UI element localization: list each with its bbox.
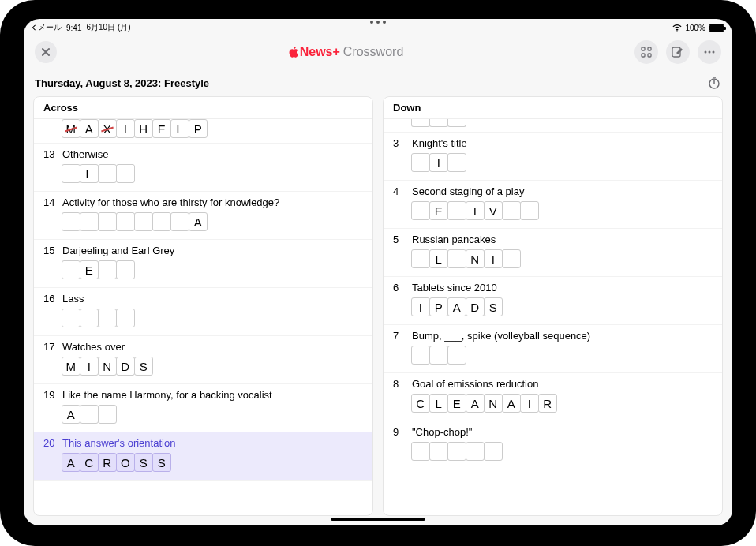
letter-cell[interactable] [98,405,117,424]
grid-button[interactable] [634,40,658,64]
letter-cell[interactable]: A [62,405,80,424]
letter-cell[interactable] [98,309,117,327]
letter-cell[interactable]: L [429,249,448,268]
letter-cell[interactable] [98,212,117,231]
letter-cell[interactable] [429,119,448,127]
letter-cell[interactable]: I [80,357,99,376]
close-button[interactable] [35,41,57,63]
letter-cell[interactable]: L [429,394,448,413]
letter-cell[interactable] [429,346,448,365]
letter-cell[interactable]: N [98,357,117,376]
letter-cell[interactable] [447,346,466,365]
letter-cell[interactable]: R [98,453,117,472]
down-clue[interactable]: 7Bump, ___, spike (volleyball sequence) [384,325,722,373]
letter-cell[interactable] [62,260,80,279]
letter-cell[interactable] [447,201,466,220]
letter-cell[interactable]: H [134,119,153,138]
letter-cell[interactable]: S [152,453,171,472]
letter-cell[interactable]: P [429,297,448,316]
across-clue[interactable]: 14Activity for those who are thirsty for… [34,192,372,240]
letter-cell[interactable] [484,442,503,461]
across-clue[interactable]: 16Lass [34,288,372,336]
down-clue[interactable]: 6Tablets since 2010IPADS [384,277,722,325]
letter-cell[interactable]: C [411,394,430,413]
letter-cell[interactable]: A [62,453,80,472]
down-clue[interactable]: 4Second staging of a playEIV [384,181,722,229]
letter-cell[interactable]: E [447,394,466,413]
letter-cell[interactable]: E [80,260,99,279]
letter-cell[interactable]: D [466,297,485,316]
letter-cell[interactable] [447,249,466,268]
down-clue[interactable]: 8Goal of emissions reductionCLEANAIR [384,373,722,421]
letter-cell[interactable]: M [62,357,80,376]
down-clue[interactable]: 3Knight's titleI [384,133,722,181]
letter-cell[interactable] [447,153,466,172]
timer-icon[interactable] [707,76,721,90]
letter-cell[interactable]: I [484,249,503,268]
letter-cell[interactable]: N [484,394,503,413]
letter-cell[interactable]: A [447,297,466,316]
letter-cell[interactable] [116,164,135,183]
letter-cell[interactable] [116,212,135,231]
letter-cell[interactable] [80,309,99,327]
across-clue[interactable]: 13OtherwiseL [34,144,372,192]
letter-cell[interactable] [411,153,430,172]
letter-cell[interactable] [134,212,153,231]
letter-cell[interactable] [116,260,135,279]
down-clue[interactable] [384,119,722,133]
across-clue[interactable]: 20This answer's orientationACROSS [34,432,372,481]
across-clue[interactable]: MAXIHELP [34,119,372,144]
letter-cell[interactable] [152,212,171,231]
letter-cell[interactable] [502,201,521,220]
letter-cell[interactable] [411,346,430,365]
letter-cell[interactable]: R [538,394,557,413]
letter-cell[interactable] [447,119,466,127]
letter-cell[interactable]: L [80,164,99,183]
letter-cell[interactable] [62,164,80,183]
letter-cell[interactable]: S [134,357,153,376]
letter-cell[interactable] [62,212,80,231]
across-clue[interactable]: 19Like the name Harmony, for a backing v… [34,384,372,432]
letter-cell[interactable]: S [134,453,153,472]
letter-cell[interactable] [429,442,448,461]
letter-cell[interactable]: S [484,297,503,316]
back-to-app[interactable]: メール [32,22,62,33]
letter-cell[interactable] [116,309,135,327]
down-list[interactable]: 3Knight's titleI4Second staging of a pla… [384,119,722,515]
down-clue[interactable]: 9"Chop-chop!" [384,421,722,469]
letter-cell[interactable] [411,201,430,220]
letter-cell[interactable]: V [484,201,503,220]
letter-cell[interactable]: A [189,212,208,231]
down-clue[interactable]: 5Russian pancakesLNI [384,229,722,277]
letter-cell[interactable]: N [466,249,485,268]
letter-cell[interactable] [170,212,189,231]
letter-cell[interactable]: X [98,119,117,138]
edit-grid-button[interactable] [666,40,690,64]
letter-cell[interactable] [98,260,117,279]
letter-cell[interactable]: E [152,119,171,138]
across-clue[interactable]: 15Darjeeling and Earl GreyE [34,240,372,288]
letter-cell[interactable] [80,212,99,231]
letter-cell[interactable] [98,164,117,183]
letter-cell[interactable] [520,201,539,220]
letter-cell[interactable] [411,442,430,461]
letter-cell[interactable] [447,442,466,461]
letter-cell[interactable]: A [80,119,99,138]
letter-cell[interactable]: A [466,394,485,413]
letter-cell[interactable]: A [502,394,521,413]
across-list[interactable]: MAXIHELP13OtherwiseL14Activity for those… [34,119,372,515]
letter-cell[interactable] [80,405,99,424]
letter-cell[interactable]: C [80,453,99,472]
letter-cell[interactable]: E [429,201,448,220]
letter-cell[interactable]: I [116,119,135,138]
letter-cell[interactable]: P [189,119,208,138]
letter-cell[interactable]: D [116,357,135,376]
letter-cell[interactable]: I [466,201,485,220]
letter-cell[interactable]: M [62,119,80,138]
letter-cell[interactable]: I [429,153,448,172]
letter-cell[interactable] [502,249,521,268]
letter-cell[interactable] [411,249,430,268]
more-button[interactable] [698,40,721,64]
letter-cell[interactable]: I [411,297,430,316]
letter-cell[interactable] [411,119,430,127]
